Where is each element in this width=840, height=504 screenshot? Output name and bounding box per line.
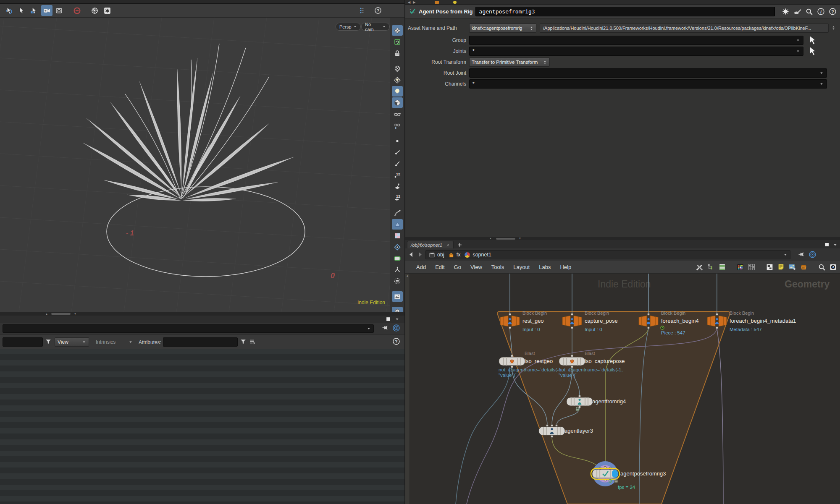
scene-viewport[interactable]: Persp No cam - 1 0 Indie Edition	[0, 18, 390, 312]
group-input[interactable]	[469, 36, 803, 45]
help-icon[interactable]: ?	[372, 5, 383, 16]
root-joint-input[interactable]	[469, 68, 827, 78]
spinner-icon[interactable]	[529, 26, 534, 31]
asset-definition-select[interactable]: kinefx::agentposefromrig	[469, 24, 536, 33]
secure-selection-icon[interactable]	[392, 48, 403, 58]
channels-input[interactable]: *	[469, 79, 827, 89]
view-dropdown[interactable]: View	[55, 337, 89, 347]
select-tool-icon[interactable]	[16, 5, 27, 16]
info-icon[interactable]: i	[817, 8, 825, 16]
background-image-icon[interactable]	[392, 291, 403, 302]
select-from-viewport-icon[interactable]	[808, 35, 818, 45]
layout-windows-icon[interactable]	[765, 263, 774, 272]
aperture-icon[interactable]	[89, 5, 100, 16]
chevron-down-icon[interactable]	[783, 253, 788, 257]
joints-input[interactable]: *	[469, 47, 803, 56]
network-canvas[interactable]: ▲ Indie Edition Geometry Block Beginrest…	[405, 274, 840, 504]
divider-handle[interactable]	[496, 238, 515, 240]
normal-lighting-icon[interactable]	[392, 86, 403, 97]
menu-go[interactable]: Go	[454, 264, 461, 270]
spinner-icon[interactable]	[543, 60, 547, 65]
point-numbers-icon[interactable]: 12	[392, 170, 403, 180]
chevron-down-icon[interactable]	[367, 326, 371, 331]
color-palette-icon[interactable]	[736, 263, 745, 272]
pane-menu-icon[interactable]	[395, 317, 399, 321]
display-particles-icon[interactable]	[392, 242, 403, 252]
menu-edit[interactable]: Edit	[435, 264, 444, 270]
search-icon[interactable]	[805, 8, 813, 16]
pane-mode-icon[interactable]	[386, 316, 391, 322]
disable-lighting-icon[interactable]	[392, 63, 403, 74]
display-points-icon[interactable]	[392, 136, 403, 146]
uv-texture-icon[interactable]	[392, 230, 403, 241]
profile-curves-icon[interactable]	[392, 208, 403, 218]
point-velocity-icon[interactable]	[392, 158, 403, 169]
grid-display-icon[interactable]	[392, 25, 403, 36]
breadcrumb-item-fx[interactable]: fx	[448, 251, 464, 259]
no-material-icon[interactable]	[71, 5, 83, 16]
pane-divider[interactable]: ▲ ▼	[0, 312, 404, 316]
chevron-down-icon[interactable]	[819, 71, 824, 75]
visualizer-icon[interactable]	[829, 263, 837, 272]
display-options-icon[interactable]	[102, 5, 113, 16]
chevron-down-icon[interactable]	[796, 38, 800, 42]
background-image-icon[interactable]	[788, 263, 797, 272]
filter-funnel-icon[interactable]	[239, 338, 247, 345]
intrinsics-dropdown[interactable]: Intrinsics	[93, 337, 135, 347]
help-icon[interactable]: ?	[392, 337, 400, 345]
divider-handle[interactable]	[51, 313, 71, 315]
prim-numbers-icon[interactable]: 12	[392, 192, 403, 203]
pane-tab-icon[interactable]	[453, 1, 457, 4]
help-icon[interactable]: ?	[829, 8, 837, 16]
pane-divider[interactable]: ▲ ▼	[405, 237, 840, 240]
bake-icon[interactable]	[793, 8, 801, 16]
stereo-review-icon[interactable]	[392, 120, 403, 131]
filter-funnel-icon[interactable]	[45, 338, 52, 345]
breadcrumb-item-obj[interactable]: obj	[428, 251, 448, 259]
spreadsheet-icon[interactable]	[718, 263, 727, 272]
grid-options-icon[interactable]	[747, 263, 756, 272]
tools-icon[interactable]	[695, 263, 704, 272]
tab-scroll-right-icon[interactable]: ▶	[413, 0, 415, 4]
link-target-icon[interactable]	[392, 324, 400, 332]
display-handles-icon[interactable]	[392, 264, 403, 275]
new-tab-icon[interactable]	[457, 242, 462, 248]
handles-tool-icon[interactable]	[29, 5, 40, 16]
node-name-input[interactable]	[475, 7, 775, 16]
group-list-icon[interactable]	[392, 253, 403, 264]
breadcrumb[interactable]: objfxsopnet1	[425, 250, 790, 259]
tree-view-icon[interactable]	[706, 263, 715, 272]
flipbook-icon[interactable]	[41, 5, 52, 16]
forward-icon[interactable]	[416, 251, 423, 258]
cache-display-icon[interactable]	[392, 276, 403, 286]
point-normals-icon[interactable]	[392, 147, 403, 157]
find-icon[interactable]	[817, 263, 826, 272]
select-from-viewport-icon[interactable]	[808, 46, 818, 56]
tab-scroll-left-icon[interactable]: ◀	[408, 0, 410, 4]
menu-help[interactable]: Help	[560, 264, 571, 270]
root-transform-dropdown[interactable]: Transfer to Primitive Transform	[469, 57, 550, 67]
pin-icon[interactable]	[798, 251, 805, 258]
no-cam-button[interactable]: No cam	[361, 23, 390, 31]
headlight-only-icon[interactable]	[392, 75, 403, 85]
snap-cycle-icon[interactable]	[392, 37, 403, 47]
network-path-tab[interactable]: /obj/fx/sopnet1	[407, 241, 454, 248]
asset-path-field[interactable]: /Applications/Houdini/Houdini21.0.500/Fr…	[540, 24, 829, 33]
pane-mode-icon[interactable]	[824, 242, 830, 247]
list-options-icon[interactable]	[249, 338, 256, 345]
menu-view[interactable]: View	[470, 264, 482, 270]
sheet-filter-input[interactable]	[3, 337, 43, 347]
chevron-down-icon[interactable]	[796, 49, 800, 53]
shaded-mode-icon[interactable]	[392, 219, 403, 230]
zoom-region-icon[interactable]	[54, 5, 65, 16]
back-icon[interactable]	[408, 251, 415, 258]
prim-normals-icon[interactable]	[392, 181, 403, 191]
menu-labs[interactable]: Labs	[539, 264, 551, 270]
gear-icon[interactable]	[782, 8, 790, 16]
hq-shading-icon[interactable]	[392, 97, 403, 108]
chevron-down-icon[interactable]	[819, 82, 824, 86]
pane-tab-icon[interactable]	[435, 1, 439, 4]
pane-menu-icon[interactable]	[833, 243, 837, 247]
attributes-input[interactable]	[163, 337, 238, 347]
stereo-glasses-icon[interactable]	[392, 109, 403, 119]
